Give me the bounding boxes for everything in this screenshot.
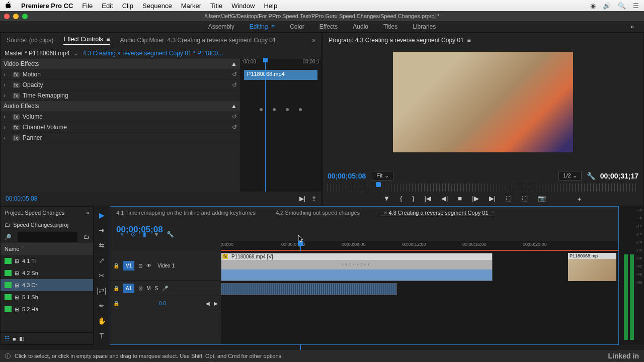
ws-assembly[interactable]: Assembly [208,23,234,30]
next-kf-icon[interactable]: ▶ [214,301,218,306]
dropdown-icon[interactable]: ⌄ [73,50,78,57]
new-bin-icon[interactable]: 🗀 [84,234,89,240]
list-item[interactable]: ⊞4.1 Ti [1,255,93,267]
eye-icon[interactable]: 👁 [146,263,151,268]
export-icon[interactable]: ⇪ [311,195,316,202]
program-timecode[interactable]: 00;00;05;08 [328,172,366,180]
hand-tool[interactable]: ✋ [97,316,107,326]
ec-clip-bar[interactable]: P1180068.mp4 [244,70,317,80]
toggle-output-icon[interactable]: ⊡ [138,286,142,291]
add-button-icon[interactable]: ＋ [576,195,583,204]
zoom-fit-select[interactable]: Fit ⌄ [372,171,393,180]
tab-effect-controls[interactable]: Effect Controls ≡ [63,36,110,45]
pan-value[interactable]: 0.0 [123,301,202,306]
extract-icon[interactable]: ⬚ [522,195,528,204]
reset-icon[interactable]: ↺ [232,71,237,78]
list-item[interactable]: ⊞4.2 Sn [1,267,93,279]
prev-kf-icon[interactable]: ◀ [206,301,210,306]
freeform-view-icon[interactable]: ◧ [19,335,24,342]
fx-channel-volume[interactable]: ›fxChannel Volume↺ [1,122,240,133]
list-item[interactable]: ⊞5.1 Sh [1,291,93,303]
menu-sequence[interactable]: Sequence [142,2,172,10]
rate-stretch-tool[interactable]: ⤢ [97,255,107,265]
list-item[interactable]: ⊞4.3 Cr [1,279,93,291]
menu-clip[interactable]: Clip [122,2,133,10]
track-name[interactable]: Video 1 [157,263,175,268]
panel-overflow-icon[interactable]: » [312,37,315,44]
search-icon[interactable]: 🔎 [5,234,12,240]
timeline-tracks-area[interactable]: fx P1180068.mp4 [V] ‹‹‹‹‹‹‹‹ P1180068.mp [221,251,618,344]
audio-clip[interactable] [221,283,397,295]
app-name[interactable]: Premiere Pro CC [21,2,73,10]
export-frame-icon[interactable]: 📷 [538,195,546,204]
panel-overflow-icon[interactable]: » [86,210,89,216]
fx-motion[interactable]: ›fxMotion↺ [1,69,240,80]
tl-settings-icon[interactable]: 🔧 [167,231,174,238]
list-item[interactable]: ⊞5.2 Ha [1,303,93,315]
tab-source[interactable]: Source: (no clips) [7,37,53,44]
track-select-tool[interactable]: ⇥ [97,225,107,235]
marker-icon[interactable]: ▮ [143,231,146,238]
search-input[interactable] [18,232,77,242]
fx-opacity[interactable]: ›fxOpacity↺ [1,80,240,90]
a1-target[interactable]: A1 [123,284,134,293]
mark-in-icon[interactable]: ▼ [383,195,390,204]
program-viewport[interactable] [323,48,643,169]
collapse-icon[interactable]: ▲ [231,60,237,67]
effect-controls-timeline[interactable]: :00;0000;00;1 P1180068.mp4 [240,59,321,192]
lock-icon[interactable]: 🔒 [113,286,119,291]
apple-icon[interactable] [5,2,12,10]
toggle-output-icon[interactable]: ⊡ [138,263,142,268]
solo-button[interactable]: S [155,286,158,291]
ec-sequence-link[interactable]: 4.3 Creating a reverse segment Copy 01 *… [83,50,223,57]
track-master-header[interactable]: 🔒 0.0 ◀ ▶ [110,296,221,311]
menu-help[interactable]: Help [264,2,277,10]
voice-over-icon[interactable]: 🎤 [162,286,168,291]
ec-playhead[interactable] [265,60,266,192]
ws-effects[interactable]: Effects [319,23,338,30]
play-only-icon[interactable]: ▶| [299,195,305,202]
mark-out-button[interactable]: } [412,195,414,204]
tl-marker-icon[interactable]: ▼ [153,231,159,238]
resolution-select[interactable]: 1/2 ⌄ [558,171,581,180]
spotlight-icon[interactable]: 🔍 [618,2,626,10]
sort-icon[interactable]: ˇ [22,246,24,252]
close-window-button[interactable] [4,14,10,19]
reset-icon[interactable]: ↺ [232,113,237,120]
ws-titles[interactable]: Titles [383,23,397,30]
track-a1-header[interactable]: 🔒 A1 ⊡ M S 🎤 [110,281,221,296]
ws-audio[interactable]: Audio [353,23,368,30]
ec-master-label[interactable]: Master * P1180068.mp4 [5,50,69,57]
ripple-edit-tool[interactable]: ⇆ [97,240,107,250]
pen-tool[interactable]: ✒ [97,301,107,311]
slip-tool[interactable]: |⇄| [97,286,107,296]
mute-button[interactable]: M [146,286,150,291]
fx-volume[interactable]: ›fxVolume↺ [1,112,240,122]
menu-marker[interactable]: Marker [181,2,201,10]
video-clip[interactable]: fx P1180068.mp4 [V] ‹‹‹‹‹‹‹‹ [221,253,493,281]
collapse-icon[interactable]: ▲ [231,103,237,110]
video-clip-thumb[interactable]: P1180068.mp [568,253,616,281]
step-fwd-icon[interactable]: |▶ [472,195,478,204]
snap-icon[interactable]: ⌖ [120,231,124,238]
settings-icon[interactable]: 🔧 [587,172,595,180]
go-in-icon[interactable]: |◀ [425,195,431,204]
type-tool[interactable]: T [97,331,107,341]
seq-tab[interactable]: 4.1 Time remapping on the timline and ad… [116,210,256,216]
ws-editing[interactable]: Editing ≡ [250,23,275,30]
notification-icon[interactable]: ☰ [633,2,639,10]
audio-meters[interactable]: --0 -6 -12 -18 -24 -30 -36 -42 -48 - dB [619,206,644,345]
menu-title[interactable]: Title [210,2,222,10]
volume-icon[interactable]: 🔊 [603,2,611,10]
program-duration[interactable]: 00;00;31;17 [600,172,638,180]
ws-libraries[interactable]: Libraries [413,23,436,30]
lock-icon[interactable]: 🔒 [113,301,119,306]
razor-tool[interactable]: ✂ [97,270,107,281]
zoom-window-button[interactable] [22,14,28,19]
program-scrubber[interactable] [328,184,638,192]
step-back-icon[interactable]: ◀| [441,195,448,204]
list-view-icon[interactable]: ☷ [5,335,10,342]
go-out-icon[interactable]: ▶| [489,195,496,204]
seq-tab[interactable]: 4.2 Smoothing out speed changes [276,210,360,216]
track-v1-header[interactable]: 🔒 V1 ⊡ 👁 Video 1 [110,251,221,281]
